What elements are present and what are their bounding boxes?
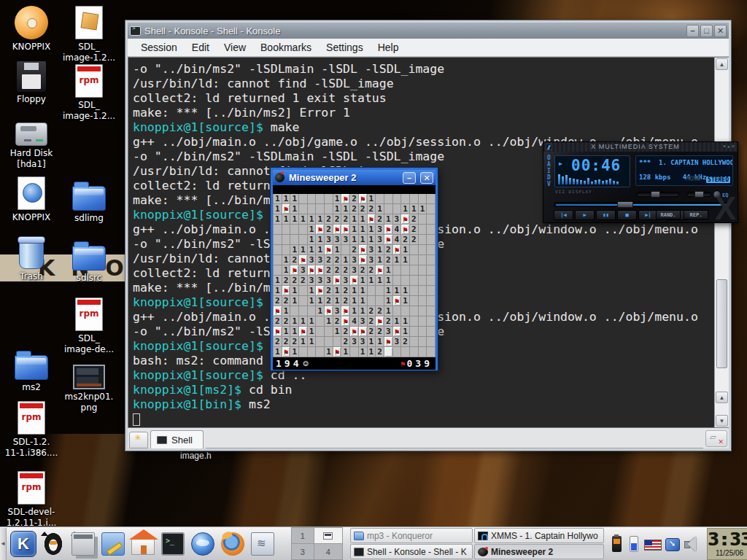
- menu-item-bookmarks[interactable]: Bookmarks: [253, 42, 319, 53]
- mine-cell-flagged[interactable]: ⚑: [316, 286, 325, 296]
- mine-cell-number[interactable]: 1: [401, 327, 410, 337]
- desktop-icon-knoppix-html[interactable]: KNOPPIX: [3, 176, 60, 223]
- mine-cell-number[interactable]: 2: [282, 276, 291, 286]
- minesweeper-minimize-button[interactable]: –: [403, 172, 416, 184]
- mine-cell-flagged[interactable]: ⚑: [274, 327, 282, 337]
- mine-cell-number[interactable]: 2: [401, 235, 410, 245]
- desktop-icon-ms2knp01[interactable]: ms2knp01. png: [61, 359, 117, 413]
- mine-cell-number[interactable]: 2: [282, 337, 291, 347]
- menu-item-session[interactable]: Session: [133, 42, 185, 53]
- mine-cell-empty[interactable]: [282, 225, 291, 235]
- mine-cell-flagged[interactable]: ⚑: [316, 225, 325, 235]
- mine-cell-number[interactable]: 2: [333, 265, 342, 276]
- scroll-up-icon[interactable]: ▲: [716, 58, 728, 70]
- mine-cell-number[interactable]: 1: [290, 245, 299, 255]
- desktop-icon-sdl-rpm[interactable]: SDL-1.2. 11-1.i386....: [3, 401, 60, 459]
- mine-cell-number[interactable]: 1: [282, 214, 291, 225]
- mine-cell-empty[interactable]: [401, 265, 410, 276]
- mine-cell-empty[interactable]: [308, 347, 317, 357]
- mine-cell-number[interactable]: 2: [341, 214, 350, 225]
- mine-cell-number[interactable]: 1: [282, 306, 291, 316]
- desktop-icon-sdl-image-de[interactable]: SDL_ image-de...: [61, 298, 117, 355]
- scroll-up2-icon[interactable]: ▲: [716, 392, 728, 403]
- speaker-tray-icon[interactable]: [684, 536, 700, 552]
- close-button[interactable]: ✕: [714, 25, 727, 37]
- mine-cell-number[interactable]: 1: [359, 347, 368, 357]
- mine-cell-empty[interactable]: [427, 204, 436, 214]
- mine-cell-number[interactable]: 1: [368, 194, 376, 204]
- desktop-icon-knoppix-cd[interactable]: KNOPPIX: [3, 6, 60, 52]
- desktop-icon-sdlimg[interactable]: sdlimg: [61, 179, 117, 224]
- mine-cell-flagged[interactable]: ⚑: [282, 204, 291, 214]
- mine-cell-number[interactable]: 2: [274, 337, 282, 347]
- mine-cell-empty[interactable]: [419, 255, 427, 265]
- mine-cell-number[interactable]: 1: [316, 235, 325, 245]
- mine-cell-empty[interactable]: [299, 306, 308, 316]
- mine-cell-number[interactable]: 1: [384, 306, 393, 316]
- xmms-window-buttons[interactable]: ▾▴✕: [723, 143, 735, 149]
- mine-cell-number[interactable]: 1: [419, 204, 427, 214]
- mine-cell-number[interactable]: 1: [308, 337, 317, 347]
- mine-cell-number[interactable]: 4: [393, 225, 402, 235]
- mine-cell-number[interactable]: 1: [333, 286, 342, 296]
- mine-cell-empty[interactable]: [290, 306, 299, 316]
- mine-cell-number[interactable]: 4: [393, 235, 402, 245]
- mine-cell-empty[interactable]: [410, 286, 419, 296]
- mine-cell-empty[interactable]: [419, 214, 427, 225]
- launcher-konqueror[interactable]: [189, 530, 217, 558]
- mine-cell-empty[interactable]: [401, 347, 410, 357]
- mine-cell-flagged[interactable]: ⚑: [282, 347, 291, 357]
- mine-cell-empty[interactable]: [282, 235, 291, 245]
- mine-cell-number[interactable]: 1: [368, 337, 376, 347]
- mine-cell-number[interactable]: 1: [359, 225, 368, 235]
- mine-cell-empty[interactable]: [393, 265, 402, 276]
- mine-cell-empty[interactable]: [393, 194, 402, 204]
- desktop-icon-hard-disk[interactable]: Hard Disk [hda1]: [3, 117, 60, 170]
- mine-cell-number[interactable]: 1: [376, 337, 384, 347]
- pager-desktop-4[interactable]: 4: [314, 544, 342, 559]
- mine-cell-empty[interactable]: [419, 327, 427, 337]
- mine-cell-number[interactable]: 2: [274, 296, 282, 306]
- mine-cell-number[interactable]: 1: [282, 327, 291, 337]
- mine-cell-number[interactable]: 1: [333, 296, 342, 306]
- mine-cell-number[interactable]: 1: [308, 327, 317, 337]
- mine-cell-number[interactable]: 1: [401, 316, 410, 327]
- mine-cell-empty[interactable]: [325, 327, 333, 337]
- mine-cell-flagged[interactable]: ⚑: [316, 265, 325, 276]
- mine-cell-number[interactable]: 2: [376, 347, 384, 357]
- mine-cell-number[interactable]: 1: [384, 265, 393, 276]
- mine-cell-number[interactable]: 2: [290, 255, 299, 265]
- mine-cell-number[interactable]: 1: [316, 245, 325, 255]
- mine-cell-number[interactable]: 1: [325, 347, 333, 357]
- launcher-kmenu[interactable]: [9, 530, 37, 558]
- mine-cell-empty[interactable]: [325, 204, 333, 214]
- mine-cell-number[interactable]: 2: [410, 235, 419, 245]
- mine-cell-number[interactable]: 1: [308, 286, 317, 296]
- mine-cell-number[interactable]: 2: [333, 316, 342, 327]
- mine-cell-number[interactable]: 3: [299, 265, 308, 276]
- stop-button[interactable]: ■: [617, 210, 637, 220]
- mine-cell-empty[interactable]: [333, 337, 342, 347]
- mine-cell-number[interactable]: 2: [290, 337, 299, 347]
- mine-cell-flagged[interactable]: ⚑: [376, 265, 384, 276]
- mine-cell-number[interactable]: 1: [325, 316, 333, 327]
- mine-cell-number[interactable]: 3: [376, 235, 384, 245]
- mine-cell-empty[interactable]: [427, 225, 436, 235]
- mine-cell-number[interactable]: 1: [333, 204, 342, 214]
- scroll-down-icon[interactable]: ▼: [716, 415, 728, 427]
- mine-cell-flagged[interactable]: ⚑: [341, 306, 350, 316]
- mine-cell-flagged[interactable]: ⚑: [325, 306, 333, 316]
- mine-cell-empty[interactable]: [299, 204, 308, 214]
- mine-cell-empty[interactable]: [419, 225, 427, 235]
- mine-cell-number[interactable]: 1: [359, 296, 368, 306]
- mine-cell-flagged[interactable]: ⚑: [384, 235, 393, 245]
- mine-cell-number[interactable]: 2: [290, 276, 299, 286]
- mine-cell-empty[interactable]: [290, 225, 299, 235]
- mine-cell-number[interactable]: 2: [325, 225, 333, 235]
- mine-cell-number[interactable]: 1: [359, 306, 368, 316]
- mine-cell-flagged[interactable]: ⚑: [359, 194, 368, 204]
- desktop-icon-trash[interactable]: Trash: [3, 236, 60, 282]
- mine-cell-empty[interactable]: [427, 214, 436, 225]
- minefield-grid[interactable]: 1111⚑2⚑11⚑111222111111111122211⚑213⚑21⚑2…: [273, 194, 436, 357]
- play-button[interactable]: ▶: [575, 210, 595, 220]
